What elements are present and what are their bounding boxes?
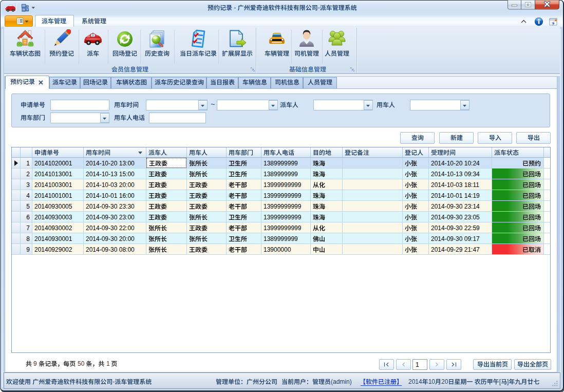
svg-text:10: 10 xyxy=(428,378,436,385)
svg-text:-: - xyxy=(112,378,115,385)
svg-text:[: [ xyxy=(499,378,501,385)
svg-text:-: - xyxy=(234,4,236,11)
svg-text:50: 50 xyxy=(78,360,85,367)
svg-text:]: ] xyxy=(507,378,509,385)
svg-text:20: 20 xyxy=(441,378,448,385)
svg-text:(admin): (admin) xyxy=(331,378,352,385)
svg-text:~: ~ xyxy=(211,100,215,108)
svg-text:-: - xyxy=(317,4,319,11)
svg-text:2014: 2014 xyxy=(408,378,422,385)
